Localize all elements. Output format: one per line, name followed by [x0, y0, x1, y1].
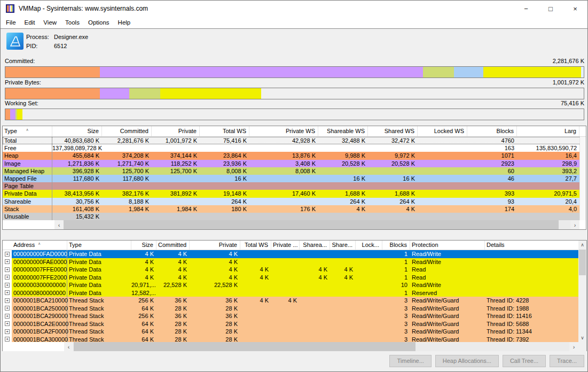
pid-value: 6512 [54, 43, 67, 49]
summary-row[interactable]: Private Data38,413,956 K382,176 K381,892… [3, 190, 586, 197]
summary-row[interactable]: Managed Heap396,928 K125,700 K125,700 K8… [3, 167, 586, 175]
scroll-right-icon[interactable]: › [569, 342, 578, 351]
detail-row[interactable]: +0000001BCA2F0000Thread Stack64 K28 K28 … [3, 328, 586, 336]
bar-labels-committed: Committed:2,281,676 K [5, 57, 584, 65]
summary-row[interactable]: Image1,271,836 K1,271,740 K118,252 K23,9… [3, 160, 586, 167]
bar-group-private-bytes: Private Bytes:1,001,972 K [5, 79, 584, 99]
summary-row[interactable]: Heap455,684 K374,208 K374,144 K23,864 K1… [3, 152, 586, 159]
cell-details [485, 266, 579, 274]
detail-row[interactable]: +0000001BCA210000Thread Stack256 K36 K36… [3, 297, 586, 305]
menu-item-options[interactable]: Options [84, 17, 114, 28]
menu-item-file[interactable]: File [2, 17, 20, 28]
cell-total-ws [240, 328, 271, 336]
cell-private: 28 K [190, 328, 240, 336]
column-header-larg[interactable]: Larg [517, 126, 579, 136]
column-header-size[interactable]: Size [52, 126, 102, 136]
timeline-button[interactable]: Timeline... [389, 355, 431, 367]
detail-row[interactable]: +000000000FAD0000Private Data4 K4 K4 K1R… [3, 250, 586, 258]
scroll-right-icon[interactable]: › [570, 220, 579, 229]
detail-row[interactable]: +0000000300000000Private Data20,971,...2… [3, 281, 586, 289]
expand-icon[interactable]: + [5, 259, 10, 264]
cell-sharea- [300, 328, 330, 336]
column-header-type[interactable]: Type∧ [3, 126, 52, 136]
cell-address: 0000000300000000 [12, 281, 67, 289]
column-header-blocks[interactable]: Blocks [467, 126, 517, 136]
cell-shareable-ws [318, 213, 368, 220]
column-header-shared-ws[interactable]: Shared WS [368, 126, 418, 136]
cell-protection: Reserved [410, 289, 485, 297]
column-header-private[interactable]: Private [152, 126, 200, 136]
cell-committed [102, 213, 152, 220]
heap-allocations-button[interactable]: Heap Allocations... [435, 355, 499, 367]
cell-committed [102, 182, 152, 190]
summary-row[interactable]: Page Table [3, 182, 586, 190]
cell-address: 0000001BCA210000 [12, 297, 67, 305]
cell-total-ws: 19,148 K [200, 190, 249, 197]
column-header-private-ws[interactable]: Private WS [249, 126, 318, 136]
column-header-blocks[interactable]: Blocks [382, 241, 410, 250]
expand-icon[interactable]: + [5, 314, 10, 319]
trace-button[interactable]: Trace... [550, 355, 584, 367]
expand-icon[interactable]: + [5, 306, 10, 311]
scroll-down-icon[interactable]: ∨ [578, 334, 586, 342]
summary-row[interactable]: Free137,398,089,728 K163135,830,590,72 [3, 144, 586, 152]
detail-row[interactable]: +0000001BCA290000Thread Stack256 K36 K36… [3, 312, 586, 320]
detail-row[interactable]: +0000001BCA250000Thread Stack64 K28 K28 … [3, 305, 586, 313]
scroll-left-icon[interactable]: ‹ [64, 342, 73, 351]
column-header-committed[interactable]: Committed [156, 241, 190, 250]
detail-row[interactable]: +000000007FFE0000Private Data4 K4 K4 K4 … [3, 266, 586, 274]
summary-row[interactable]: Stack161,408 K1,984 K1,984 K180 K176 K4 … [3, 205, 586, 213]
detail-row[interactable]: +000000007FFE2000Private Data4 K4 K4 K4 … [3, 274, 586, 282]
sort-ascending-icon: ∧ [38, 241, 41, 248]
detail-row[interactable]: +0000001BCA2E0000Thread Stack64 K28 K28 … [3, 320, 586, 328]
column-header-details[interactable]: Details [485, 241, 579, 250]
menu-item-tools[interactable]: Tools [61, 17, 84, 28]
expand-icon[interactable]: + [5, 298, 10, 303]
column-header-lock-[interactable]: Lock... [356, 241, 382, 250]
expand-icon[interactable]: + [5, 329, 10, 334]
column-header-share-[interactable]: Share... [330, 241, 356, 250]
column-header-address[interactable]: Address∧ [12, 241, 67, 250]
column-header-size[interactable]: Size [131, 241, 156, 250]
column-header-locked-ws[interactable]: Locked WS [418, 126, 467, 136]
scroll-up-icon[interactable]: ∧ [578, 241, 586, 249]
expand-icon[interactable]: + [5, 252, 10, 257]
detail-row[interactable]: +0000000800000000Private Data12,582,...1… [3, 289, 586, 297]
expand-icon[interactable]: + [5, 275, 10, 280]
column-header-committed[interactable]: Committed [102, 126, 152, 136]
summary-vertical-scrollbar[interactable] [579, 137, 586, 220]
column-header-total-ws[interactable]: Total WS [240, 241, 271, 250]
summary-row[interactable]: Total40,863,680 K2,281,676 K1,001,972 K7… [3, 137, 586, 144]
expand-icon[interactable]: + [5, 321, 10, 326]
minimize-icon[interactable]: − [514, 1, 538, 17]
call-tree-button[interactable]: Call Tree... [503, 355, 546, 367]
column-header-protection[interactable]: Protection [410, 241, 485, 250]
menu-item-edit[interactable]: Edit [20, 17, 40, 28]
summary-hscroll-thumb[interactable] [64, 220, 559, 229]
column-header-private-[interactable]: Private ... [271, 241, 300, 250]
footer-button-bar: Timeline...Heap Allocations...Call Tree.… [1, 351, 587, 371]
detail-row[interactable]: +000000000FAE0000Private Data4 K4 K4 K1R… [3, 258, 586, 266]
cell-share-: 4 K [330, 274, 356, 282]
detail-vscroll-thumb[interactable] [579, 250, 586, 275]
column-header-type[interactable]: Type [67, 241, 131, 250]
working-set-label: Working Set: [5, 99, 38, 107]
scroll-left-icon[interactable]: ‹ [54, 220, 64, 229]
maximize-icon[interactable]: □ [538, 1, 563, 17]
detail-hscroll-thumb[interactable] [74, 342, 415, 351]
expand-icon[interactable]: + [5, 290, 10, 295]
close-icon[interactable]: × [563, 1, 587, 17]
summary-row[interactable]: Unusable15,432 K [3, 213, 586, 220]
summary-row[interactable]: Mapped File117,680 K117,680 K16 K16 K16 … [3, 175, 586, 182]
column-header-private[interactable]: Private [190, 241, 240, 250]
summary-row[interactable]: Shareable30,756 K8,188 K264 K264 K264 K9… [3, 198, 586, 205]
expand-icon[interactable]: + [5, 283, 10, 288]
column-header-sharea-[interactable]: Sharea... [300, 241, 330, 250]
expand-icon[interactable]: + [5, 267, 10, 272]
menu-item-view[interactable]: View [39, 17, 61, 28]
column-header-shareable-ws[interactable]: Shareable WS [318, 126, 368, 136]
menu-item-help[interactable]: Help [114, 17, 135, 28]
cell-type: Thread Stack [67, 297, 131, 305]
expand-icon[interactable]: + [5, 337, 10, 342]
column-header-total-ws[interactable]: Total WS [200, 126, 249, 136]
